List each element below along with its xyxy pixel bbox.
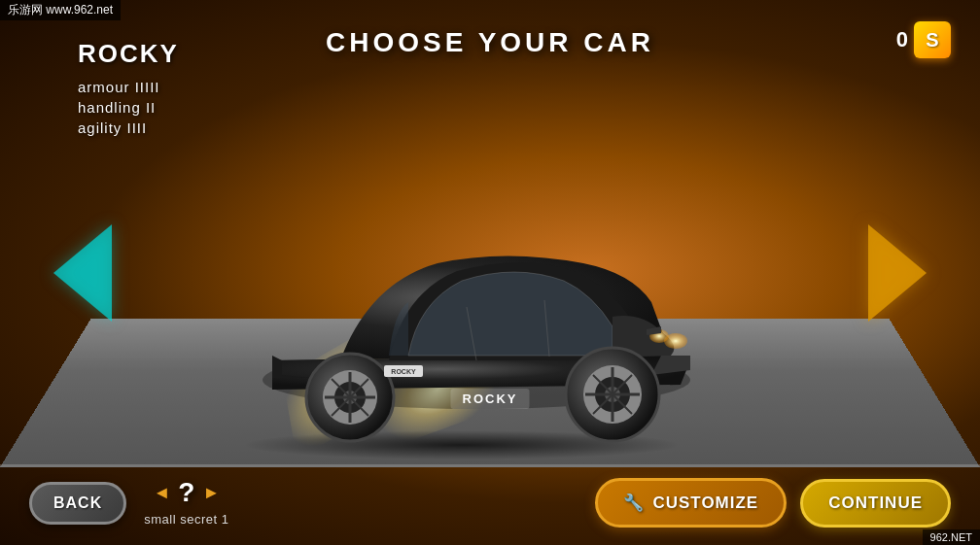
stat-agility-label: agility [78, 119, 127, 136]
car-info-panel: ROCKY armour IIIII handling II agility I… [78, 39, 179, 140]
bottom-watermark: 962.NET [923, 529, 980, 545]
customize-icon: 🔧 [623, 493, 645, 513]
coin-icon: S [914, 21, 951, 58]
stat-armour-label: armour [78, 79, 135, 95]
stat-armour-bars: IIIII [135, 79, 160, 95]
secret-arrows: ◄ ? ► [153, 479, 220, 506]
car-name: ROCKY [78, 39, 179, 69]
next-car-button[interactable] [868, 224, 927, 322]
back-button[interactable]: BACK [29, 482, 126, 525]
currency-display: 0 S [896, 21, 951, 58]
svg-text:ROCKY: ROCKY [391, 368, 416, 375]
secret-next-button[interactable]: ► [202, 483, 220, 503]
stat-agility-bars: IIII [127, 119, 148, 136]
bottom-bar: BACK ◄ ? ► small secret 1 🔧 CUSTOMIZE CO… [0, 478, 980, 528]
action-buttons: 🔧 CUSTOMIZE CONTINUE [595, 478, 951, 528]
car-badge: ROCKY [451, 389, 530, 409]
road-line [0, 464, 980, 467]
stat-agility: agility IIII [78, 119, 179, 136]
stat-armour: armour IIIII [78, 79, 179, 95]
customize-label: CUSTOMIZE [652, 494, 758, 513]
page-title: CHOOSE YOUR CAR [326, 27, 654, 58]
prev-car-button[interactable] [53, 224, 112, 322]
secret-prev-button[interactable]: ◄ [153, 483, 170, 503]
stat-handling-label: handling [78, 99, 146, 116]
stat-handling: handling II [78, 99, 179, 116]
secret-label: small secret 1 [144, 512, 228, 527]
currency-amount: 0 [896, 27, 908, 52]
secret-symbol: ? [178, 479, 194, 506]
stat-handling-bars: II [146, 99, 156, 116]
customize-button[interactable]: 🔧 CUSTOMIZE [595, 478, 787, 528]
continue-button[interactable]: CONTINUE [800, 479, 951, 528]
car-display: ROCKY [175, 147, 778, 458]
secret-car-selector: ◄ ? ► small secret 1 [144, 479, 228, 527]
top-watermark: 乐游网 www.962.net [0, 0, 121, 20]
car-svg: ROCKY [194, 166, 758, 458]
